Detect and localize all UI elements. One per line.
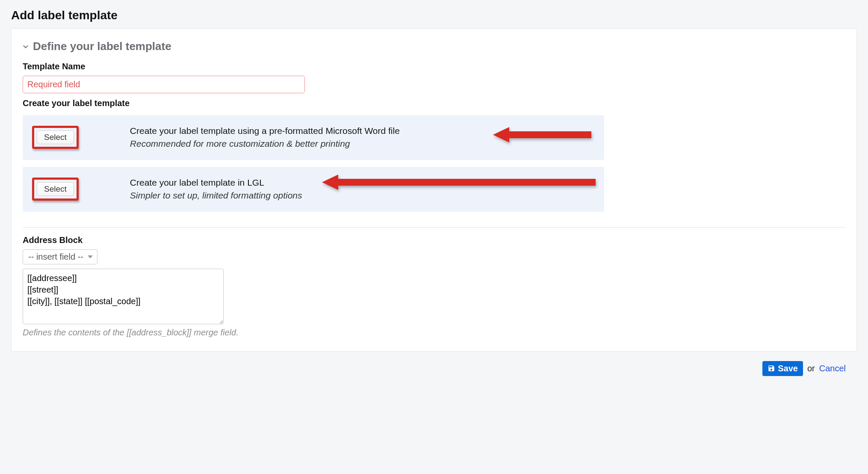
save-button[interactable]: Save <box>762 361 803 376</box>
section-title: Define your label template <box>33 40 171 53</box>
annotation-highlight-box-1: Select <box>32 126 79 149</box>
annotation-arrow-1 <box>493 125 591 144</box>
footer-bar: Save or Cancel <box>11 352 857 376</box>
insert-field-dropdown-label: -- insert field -- <box>28 252 83 262</box>
option-lgl-text: Create your label template in LGL Simple… <box>130 176 302 202</box>
option-lgl-title: Create your label template in LGL <box>130 176 302 189</box>
chevron-down-icon <box>23 44 29 50</box>
address-block-help: Defines the contents of the [[address_bl… <box>23 328 845 338</box>
annotation-arrow-2 <box>322 173 596 192</box>
option-lgl-subtitle: Simpler to set up, limited formatting op… <box>130 189 302 202</box>
cancel-link[interactable]: Cancel <box>819 364 846 373</box>
svg-marker-0 <box>493 127 591 142</box>
save-icon <box>768 364 775 372</box>
select-word-button[interactable]: Select <box>37 130 74 144</box>
section-header[interactable]: Define your label template <box>23 40 845 53</box>
annotation-highlight-box-2: Select <box>32 178 79 201</box>
option-word-text: Create your label template using a pre-f… <box>130 124 400 151</box>
divider <box>23 227 845 228</box>
caret-down-icon <box>88 255 93 258</box>
option-word-title: Create your label template using a pre-f… <box>130 124 400 137</box>
select-lgl-button[interactable]: Select <box>37 182 74 196</box>
option-card-word: Select Create your label template using … <box>23 115 604 160</box>
create-label: Create your label template <box>23 98 845 108</box>
address-block-textarea[interactable] <box>23 269 224 324</box>
page-title: Add label template <box>11 9 857 22</box>
insert-field-dropdown[interactable]: -- insert field -- <box>23 249 97 264</box>
svg-marker-1 <box>322 175 596 190</box>
save-button-label: Save <box>778 364 798 373</box>
option-word-subtitle: Recommended for more customization & bet… <box>130 137 400 150</box>
template-name-input[interactable] <box>23 76 305 93</box>
address-block-label: Address Block <box>23 235 845 245</box>
main-panel: Define your label template Template Name… <box>11 28 857 352</box>
or-text: or <box>807 364 815 373</box>
template-name-label: Template Name <box>23 62 845 71</box>
option-card-lgl: Select Create your label template in LGL… <box>23 167 604 212</box>
